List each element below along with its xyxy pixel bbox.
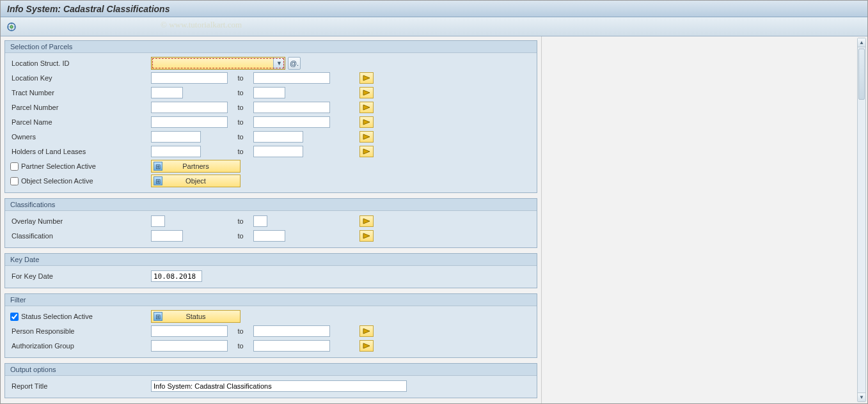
svg-marker-12 — [363, 219, 370, 224]
f4-help-button[interactable]: @. — [288, 57, 301, 70]
watermark: © www.tutorialkart.com — [161, 20, 242, 30]
multiple-selection-button[interactable] — [359, 230, 374, 242]
status-selection-checkbox-label[interactable]: Status Selection Active — [10, 313, 151, 321]
tract-number-to[interactable] — [253, 87, 285, 98]
multiple-selection-button[interactable] — [359, 325, 374, 337]
scrollbar-thumb[interactable] — [858, 49, 865, 100]
to-label: to — [228, 217, 253, 225]
label-for-key-date: For Key Date — [10, 272, 151, 280]
location-struct-id-input[interactable] — [152, 58, 273, 69]
parcel-name-from[interactable] — [151, 116, 228, 128]
multiple-selection-button[interactable] — [359, 72, 374, 84]
tract-number-from[interactable] — [151, 87, 183, 98]
partner-selection-text: Partner Selection Active — [21, 162, 96, 170]
overlay-from[interactable] — [151, 215, 165, 227]
to-label: to — [228, 327, 253, 335]
report-title-input[interactable] — [151, 380, 407, 392]
location-key-from[interactable] — [151, 72, 228, 84]
to-label: to — [228, 232, 253, 240]
multiple-selection-button[interactable] — [359, 340, 374, 352]
object-button-label: Object — [185, 177, 206, 185]
label-overlay-number: Overlay Number — [10, 217, 151, 225]
owners-from[interactable] — [151, 131, 201, 143]
person-resp-to[interactable] — [253, 325, 330, 337]
object-button[interactable]: ⊞ Object — [151, 175, 241, 187]
chevron-down-icon[interactable]: ▼ — [273, 58, 285, 69]
expand-icon: ⊞ — [154, 162, 162, 171]
object-selection-checkbox[interactable] — [10, 177, 19, 185]
to-label: to — [228, 118, 253, 126]
execute-icon[interactable] — [6, 21, 17, 33]
partner-selection-checkbox[interactable] — [10, 162, 19, 171]
multiple-selection-button[interactable] — [359, 87, 374, 98]
parcel-name-to[interactable] — [253, 116, 330, 128]
to-label: to — [228, 133, 253, 141]
group-parcels: Selection of Parcels Location Struct. ID… — [4, 40, 537, 193]
overlay-to[interactable] — [253, 215, 267, 227]
group-title-filter: Filter — [5, 294, 537, 306]
scroll-down-icon[interactable]: ▼ — [858, 392, 865, 401]
window-title: Info System: Cadastral Classifications — [7, 4, 170, 14]
content-wrapper: Selection of Parcels Location Struct. ID… — [1, 36, 867, 403]
to-label: to — [228, 89, 253, 97]
group-title-output: Output options — [5, 364, 537, 376]
classification-to[interactable] — [253, 230, 285, 242]
svg-marker-10 — [363, 134, 370, 139]
multiple-selection-button[interactable] — [359, 102, 374, 113]
to-label: to — [228, 148, 253, 155]
scrollbar[interactable]: ▲ ▼ — [857, 38, 866, 402]
multiple-selection-button[interactable] — [359, 146, 374, 157]
right-gutter: ▲ ▼ — [541, 36, 867, 403]
location-struct-id-dropdown[interactable]: ▼ — [151, 57, 285, 70]
toolbar: © www.tutorialkart.com — [1, 17, 867, 36]
multiple-selection-button[interactable] — [359, 215, 374, 227]
app-window: Info System: Cadastral Classifications ©… — [0, 0, 868, 404]
svg-marker-11 — [363, 149, 370, 154]
group-classifications: Classifications Overlay Number to — [4, 198, 537, 248]
svg-marker-13 — [363, 233, 370, 238]
expand-icon: ⊞ — [154, 312, 162, 321]
svg-marker-9 — [363, 120, 370, 125]
scroll-up-icon[interactable]: ▲ — [858, 38, 865, 47]
holders-to[interactable] — [253, 146, 303, 157]
svg-marker-14 — [363, 329, 370, 334]
auth-group-to[interactable] — [253, 340, 330, 352]
auth-group-from[interactable] — [151, 340, 228, 352]
for-key-date-input[interactable] — [151, 270, 202, 282]
status-selection-text: Status Selection Active — [21, 313, 93, 320]
label-parcel-number: Parcel Number — [10, 104, 151, 111]
label-parcel-name: Parcel Name — [10, 118, 151, 126]
title-bar: Info System: Cadastral Classifications — [1, 1, 867, 17]
svg-marker-15 — [363, 343, 370, 348]
label-tract-number: Tract Number — [10, 89, 151, 97]
parcel-number-to[interactable] — [253, 102, 330, 113]
partner-selection-checkbox-label[interactable]: Partner Selection Active — [10, 162, 151, 171]
label-person-responsible: Person Responsible — [10, 327, 151, 335]
label-location-struct-id: Location Struct. ID — [10, 59, 151, 67]
object-selection-checkbox-label[interactable]: Object Selection Active — [10, 177, 151, 185]
label-classification: Classification — [10, 232, 151, 240]
svg-marker-6 — [363, 75, 370, 81]
group-keydate: Key Date For Key Date — [4, 253, 537, 288]
group-title-classifications: Classifications — [5, 199, 537, 211]
group-title-parcels: Selection of Parcels — [5, 41, 537, 53]
to-label: to — [228, 342, 253, 350]
group-filter: Filter Status Selection Active ⊞ Status — [4, 293, 537, 358]
partners-button[interactable]: ⊞ Partners — [151, 160, 241, 173]
label-auth-group: Authorization Group — [10, 342, 151, 350]
location-key-to[interactable] — [253, 72, 330, 84]
multiple-selection-button[interactable] — [359, 131, 374, 143]
multiple-selection-button[interactable] — [359, 116, 374, 128]
status-button[interactable]: ⊞ Status — [151, 310, 241, 323]
expand-icon: ⊞ — [154, 176, 162, 185]
status-button-label: Status — [185, 313, 205, 320]
owners-to[interactable] — [253, 131, 303, 143]
holders-from[interactable] — [151, 146, 201, 157]
person-resp-from[interactable] — [151, 325, 228, 337]
group-output: Output options Report Title — [4, 363, 537, 398]
classification-from[interactable] — [151, 230, 183, 242]
svg-marker-8 — [363, 105, 370, 110]
status-selection-checkbox[interactable] — [10, 313, 19, 321]
content-area: Selection of Parcels Location Struct. ID… — [1, 36, 541, 403]
parcel-number-from[interactable] — [151, 102, 228, 113]
